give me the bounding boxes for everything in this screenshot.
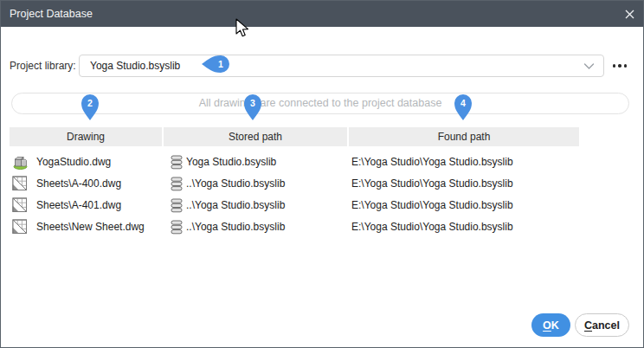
drawing-name: Sheets\New Sheet.dwg [36,216,145,238]
column-header-drawing[interactable]: Drawing [10,127,162,146]
database-icon [171,177,183,191]
callout-3-number: 3 [250,98,255,108]
drawing-name: YogaStudio.dwg [36,151,111,173]
project-library-combobox[interactable]: Yoga Studio.bsyslib [79,55,604,77]
callout-1-marker: 1 [201,55,230,74]
callout-1-number: 1 [218,59,223,69]
database-icon [171,198,183,213]
drawing-name: Sheets\A-401.dwg [36,195,121,216]
drawing-name: Sheets\A-400.dwg [36,173,121,195]
chevron-down-icon [583,63,595,70]
callout-4-marker: 4 [454,93,473,121]
found-path: E:\Yoga Studio\Yoga Studio.bsyslib [351,151,513,173]
found-path: E:\Yoga Studio\Yoga Studio.bsyslib [351,173,513,195]
titlebar: Project Database [1,1,643,27]
callout-2-marker: 2 [80,93,100,121]
found-path: E:\Yoga Studio\Yoga Studio.bsyslib [351,195,513,216]
callout-4-number: 4 [460,98,466,108]
stored-path: ..\Yoga Studio.bsyslib [186,216,285,238]
cancel-button[interactable]: Cancel [575,313,629,337]
stored-path: ..\Yoga Studio.bsyslib [186,195,285,216]
close-icon[interactable] [624,9,635,20]
table-row[interactable]: Sheets\A-401.dwg ..\Yoga Studio.bsyslib … [1,195,644,216]
project-database-dialog: Project Database Project library: Yoga S… [0,0,644,348]
column-header-stored-path[interactable]: Stored path [164,127,347,146]
sheet-icon [12,176,28,191]
table-row[interactable]: Sheets\A-400.dwg ..\Yoga Studio.bsyslib … [1,173,644,195]
project-library-label: Project library: [10,55,76,77]
model-3d-icon [12,154,29,171]
callout-2-number: 2 [87,98,93,108]
table-row[interactable]: YogaStudio.dwg Yoga Studio.bsyslib E:\Yo… [1,151,644,173]
found-path: E:\Yoga Studio\Yoga Studio.bsyslib [351,216,513,238]
project-library-value: Yoga Studio.bsyslib [90,55,180,76]
status-message: All drawings are connected to the projec… [11,93,629,114]
sheet-icon [12,219,28,235]
table-row[interactable]: Sheets\New Sheet.dwg ..\Yoga Studio.bsys… [1,216,644,238]
ok-button[interactable]: OK [531,313,570,337]
sheet-icon [12,197,28,213]
stored-path: Yoga Studio.bsyslib [186,151,276,173]
database-icon [171,155,183,170]
ellipsis-icon [613,64,616,68]
column-header-found-path[interactable]: Found path [349,127,579,146]
table-body: YogaStudio.dwg Yoga Studio.bsyslib E:\Yo… [1,151,644,238]
database-icon [171,220,183,235]
stored-path: ..\Yoga Studio.bsyslib [186,173,285,195]
browse-library-button[interactable] [608,55,632,77]
window-title: Project Database [10,8,93,20]
callout-3-marker: 3 [243,93,262,121]
